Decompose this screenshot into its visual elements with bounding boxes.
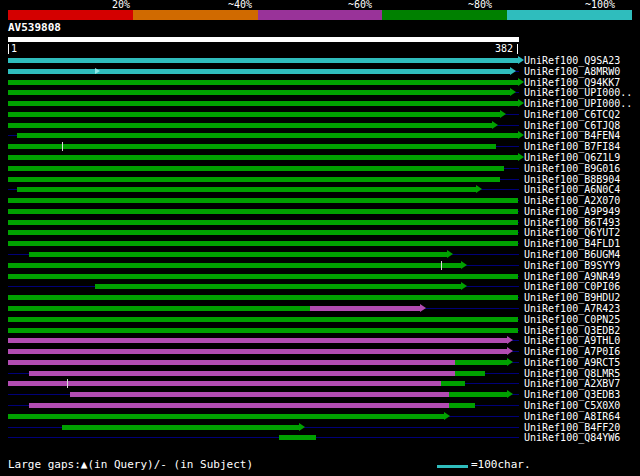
key-segment-orange xyxy=(133,10,258,20)
alignment-bar[interactable] xyxy=(8,80,518,85)
subject-label[interactable]: UniRef100_C6TCQ2 xyxy=(524,109,620,120)
alignment-bar[interactable] xyxy=(70,392,450,397)
alignment-bar[interactable] xyxy=(8,90,510,95)
alignment-arrowhead-icon xyxy=(518,153,524,161)
alignment-bar[interactable] xyxy=(8,198,518,203)
subject-label[interactable]: UniRef100_A8IR64 xyxy=(524,411,620,422)
subject-label[interactable]: UniRef100_B9HDU2 xyxy=(524,292,620,303)
subject-label[interactable]: UniRef100_Q6YUT2 xyxy=(524,227,620,238)
alignment-bar[interactable] xyxy=(455,360,507,365)
gap-tick-icon xyxy=(67,379,68,388)
alignment-bar[interactable] xyxy=(8,177,500,182)
alignment-bar[interactable] xyxy=(8,306,310,311)
alignment-arrowhead-icon xyxy=(420,304,426,312)
alignment-bar[interactable] xyxy=(441,381,465,386)
subject-label[interactable]: UniRef100_B4FF20 xyxy=(524,422,620,433)
alignment-row: UniRef100_B9SYY9 xyxy=(0,260,640,271)
alignment-arrowhead-icon xyxy=(507,336,513,344)
alignment-row: UniRef100_B6UGM4 xyxy=(0,249,640,260)
subject-label[interactable]: UniRef100_C0PI06 xyxy=(524,281,620,292)
subject-label[interactable]: UniRef100_Q9SA23 xyxy=(524,55,620,66)
alignment-bar[interactable] xyxy=(455,371,486,376)
subject-label[interactable]: UniRef100_Q8LMR5 xyxy=(524,368,620,379)
subject-label[interactable]: UniRef100_Q84YW6 xyxy=(524,432,620,443)
alignment-bar[interactable] xyxy=(8,58,518,63)
subject-label[interactable]: UniRef100_C6TJQ8 xyxy=(524,120,620,131)
alignment-bar[interactable] xyxy=(8,209,518,214)
subject-label[interactable]: UniRef100_A9NR49 xyxy=(524,271,620,282)
alignment-bar[interactable] xyxy=(8,381,441,386)
alignment-row: UniRef100_B7FI84 xyxy=(0,141,640,152)
subject-label[interactable]: UniRef100_A6N0C4 xyxy=(524,184,620,195)
alignment-bar[interactable] xyxy=(8,338,507,343)
subject-label[interactable]: UniRef100_Q6Z1L9 xyxy=(524,152,620,163)
alignment-bar[interactable] xyxy=(8,123,492,128)
subject-label[interactable]: UniRef100_UPI000.. xyxy=(524,98,632,109)
subject-label[interactable]: UniRef100_B7FI84 xyxy=(524,141,620,152)
alignment-bar[interactable] xyxy=(8,263,461,268)
subject-label[interactable]: UniRef100_B6T493 xyxy=(524,217,620,228)
alignment-bar[interactable] xyxy=(279,435,317,440)
alignment-row: UniRef100_A6N0C4 xyxy=(0,184,640,195)
subject-label[interactable]: UniRef100_Q3EDB2 xyxy=(524,325,620,336)
alignment-bar[interactable] xyxy=(8,166,504,171)
subject-label[interactable]: UniRef100_C0PN25 xyxy=(524,314,620,325)
alignment-bar[interactable] xyxy=(95,284,461,289)
alignment-bar[interactable] xyxy=(8,155,518,160)
subject-label[interactable]: UniRef100_A9RCT5 xyxy=(524,357,620,368)
alignment-bar[interactable] xyxy=(8,295,518,300)
scale-line-icon xyxy=(437,465,468,468)
alignment-bar[interactable] xyxy=(17,133,517,138)
subject-label[interactable]: UniRef100_B4FLD1 xyxy=(524,238,620,249)
alignment-bar[interactable] xyxy=(29,403,449,408)
subject-label[interactable]: UniRef100_A9THL0 xyxy=(524,335,620,346)
subject-label[interactable]: UniRef100_A7P0I6 xyxy=(524,346,620,357)
alignment-bar[interactable] xyxy=(8,69,510,74)
alignment-bar[interactable] xyxy=(8,328,518,333)
alignment-bar[interactable] xyxy=(8,274,518,279)
alignment-row: UniRef100_C5X0X0 xyxy=(0,400,640,411)
alignment-bar[interactable] xyxy=(62,425,299,430)
alignment-bar[interactable] xyxy=(8,349,507,354)
alignment-row: UniRef100_Q94KK7 xyxy=(0,77,640,88)
subject-label[interactable]: UniRef100_B9SYY9 xyxy=(524,260,620,271)
subject-label[interactable]: UniRef100_A2X070 xyxy=(524,195,620,206)
alignment-bar[interactable] xyxy=(449,392,507,397)
alignment-bar[interactable] xyxy=(29,371,454,376)
alignment-bar[interactable] xyxy=(8,230,518,235)
alignment-row: UniRef100_Q9SA23 xyxy=(0,55,640,66)
alignment-row: UniRef100_A8MRW0 xyxy=(0,66,640,77)
alignment-bar[interactable] xyxy=(8,220,518,225)
alignment-bar[interactable] xyxy=(17,187,476,192)
subject-label[interactable]: UniRef100_B8B904 xyxy=(524,174,620,185)
alignment-bar[interactable] xyxy=(8,414,444,419)
subject-label[interactable]: UniRef100_A9P949 xyxy=(524,206,620,217)
subject-label[interactable]: UniRef100_B6UGM4 xyxy=(524,249,620,260)
subject-label[interactable]: UniRef100_A2XBV7 xyxy=(524,378,620,389)
alignment-bar[interactable] xyxy=(29,252,446,257)
alignment-bar[interactable] xyxy=(8,360,455,365)
subject-label[interactable]: UniRef100_A8MRW0 xyxy=(524,66,620,77)
alignment-bar[interactable] xyxy=(449,403,474,408)
alignment-row: UniRef100_UPI000.. xyxy=(0,87,640,98)
alignment-arrowhead-icon xyxy=(299,423,305,431)
alignment-row: UniRef100_C0PN25 xyxy=(0,314,640,325)
alignment-bar[interactable] xyxy=(8,241,518,246)
alignment-row: UniRef100_C6TCQ2 xyxy=(0,109,640,120)
gap-tick-icon xyxy=(62,142,63,151)
alignment-bar[interactable] xyxy=(8,144,496,149)
subject-label[interactable]: UniRef100_Q94KK7 xyxy=(524,77,620,88)
alignment-bar[interactable] xyxy=(310,306,420,311)
subject-label[interactable]: UniRef100_B4FEN4 xyxy=(524,130,620,141)
subject-label[interactable]: UniRef100_B9G016 xyxy=(524,163,620,174)
alignment-bar[interactable] xyxy=(8,317,518,322)
subject-label[interactable]: UniRef100_Q3EDB3 xyxy=(524,389,620,400)
alignment-row: UniRef100_UPI000.. xyxy=(0,98,640,109)
subject-label[interactable]: UniRef100_UPI000.. xyxy=(524,87,632,98)
subject-label[interactable]: UniRef100_C5X0X0 xyxy=(524,400,620,411)
alignment-row: UniRef100_B9G016 xyxy=(0,163,640,174)
alignment-bar[interactable] xyxy=(8,112,500,117)
subject-label[interactable]: UniRef100_A7R423 xyxy=(524,303,620,314)
alignment-bar[interactable] xyxy=(8,101,518,106)
gap-tick-icon xyxy=(441,261,442,270)
